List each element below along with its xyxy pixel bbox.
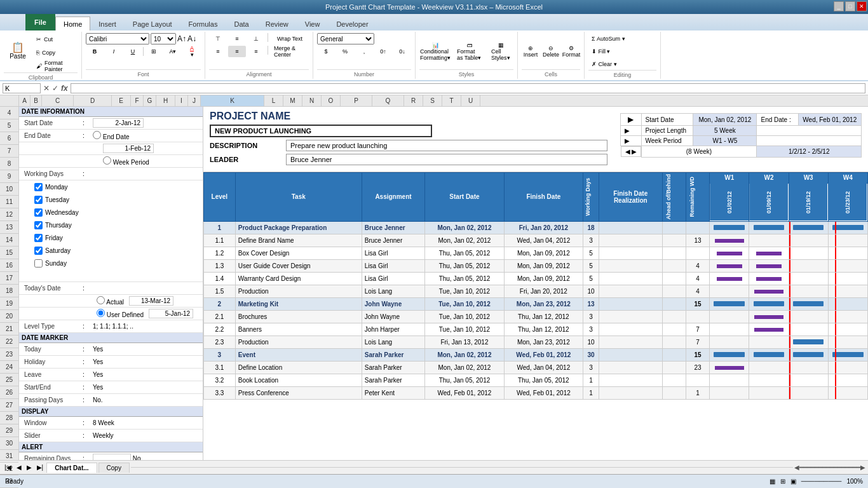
col-header-B[interactable]: B bbox=[31, 95, 42, 106]
cell-finish[interactable]: Wed, Jan 04, 2012 bbox=[504, 361, 583, 374]
cell-finish-real[interactable] bbox=[599, 297, 663, 310]
cell-remaining[interactable]: 4 bbox=[686, 259, 709, 272]
name-box[interactable] bbox=[3, 83, 41, 93]
cell-wd[interactable]: 3 bbox=[583, 361, 599, 374]
conditional-formatting-button[interactable]: 📊 Conditional Formatting▾ bbox=[419, 34, 451, 69]
cell-level[interactable]: 3.3 bbox=[204, 386, 236, 399]
week-period-radio[interactable] bbox=[103, 156, 111, 165]
col-header-J[interactable]: J bbox=[188, 95, 201, 106]
col-header-G[interactable]: G bbox=[144, 95, 156, 106]
gantt-row-5[interactable]: 1.5 Production Lois Lang Tue, Jan 10, 20… bbox=[204, 285, 868, 297]
col-header-C[interactable]: C bbox=[42, 95, 74, 106]
col-header-I[interactable]: I bbox=[175, 95, 188, 106]
user-defined-radio[interactable] bbox=[97, 309, 105, 317]
cell-level[interactable]: 2.2 bbox=[204, 323, 236, 336]
cell-assignment[interactable]: Lisa Girl bbox=[362, 247, 425, 259]
cell-assignment[interactable]: John Wayne bbox=[362, 297, 425, 310]
decrease-decimal-button[interactable]: 0↓ bbox=[393, 46, 411, 57]
scroll-left-icon[interactable]: ◀ bbox=[625, 148, 630, 155]
cell-remaining[interactable]: 15 bbox=[686, 348, 709, 361]
gantt-row-8[interactable]: 2.2 Banners John Harper Tue, Jan 10, 201… bbox=[204, 323, 868, 336]
actual-date-input[interactable] bbox=[129, 296, 173, 306]
cell-assignment[interactable]: Sarah Parker bbox=[362, 348, 425, 361]
font-size-select[interactable]: 10 bbox=[151, 33, 176, 44]
cut-button[interactable]: ✂ Cut bbox=[33, 33, 78, 46]
align-left-button[interactable]: ≡ bbox=[209, 46, 227, 57]
cell-finish-real[interactable] bbox=[599, 348, 663, 361]
cell-start[interactable]: Mon, Jan 02, 2012 bbox=[425, 361, 504, 374]
cell-start[interactable]: Mon, Jan 02, 2012 bbox=[425, 221, 504, 234]
cell-ahead[interactable] bbox=[662, 297, 686, 310]
cell-finish-real[interactable] bbox=[599, 247, 663, 259]
gantt-row-0[interactable]: 1 Product Package Preparation Bruce Jenn… bbox=[204, 221, 868, 234]
cell-finish[interactable]: Wed, Jan 04, 2012 bbox=[504, 234, 583, 247]
file-tab[interactable]: File bbox=[25, 14, 55, 30]
tab-data[interactable]: Data bbox=[226, 17, 257, 30]
leader-value[interactable]: Bruce Jenner bbox=[286, 154, 607, 165]
cell-start[interactable]: Thu, Jan 05, 2012 bbox=[425, 259, 504, 272]
cell-finish[interactable]: Fri, Jan 20, 2012 bbox=[504, 221, 583, 234]
cell-finish[interactable]: Mon, Jan 09, 2012 bbox=[504, 247, 583, 259]
col-header-M[interactable]: M bbox=[283, 95, 302, 106]
border-button[interactable]: ⊞ bbox=[145, 46, 163, 57]
end-date-radio[interactable] bbox=[93, 131, 101, 139]
cell-task[interactable]: Brochures bbox=[235, 310, 362, 323]
cell-level[interactable]: 3 bbox=[204, 348, 236, 361]
cell-level[interactable]: 1.3 bbox=[204, 259, 236, 272]
cell-remaining[interactable]: 1 bbox=[686, 386, 709, 399]
cell-level[interactable]: 3.2 bbox=[204, 374, 236, 386]
cell-ahead[interactable] bbox=[662, 310, 686, 323]
cell-styles-button[interactable]: ▦ Cell Styles▾ bbox=[488, 34, 513, 69]
cell-task[interactable]: Product Package Preparation bbox=[235, 221, 362, 234]
expand-icon[interactable]: ▶ bbox=[621, 114, 642, 126]
cell-assignment[interactable]: Sarah Parker bbox=[362, 374, 425, 386]
underline-button[interactable]: U bbox=[124, 46, 142, 57]
wrap-text-button[interactable]: Wrap Text bbox=[271, 33, 309, 44]
cell-assignment[interactable]: Bruce Jenner bbox=[362, 221, 425, 234]
cell-remaining[interactable]: 7 bbox=[686, 323, 709, 336]
col-header-N[interactable]: N bbox=[302, 95, 322, 106]
cell-assignment[interactable]: Lisa Girl bbox=[362, 259, 425, 272]
cell-level[interactable]: 2.3 bbox=[204, 336, 236, 348]
col-header-E[interactable]: E bbox=[112, 95, 131, 106]
cell-level[interactable]: 1.1 bbox=[204, 234, 236, 247]
cell-task[interactable]: Production bbox=[235, 336, 362, 348]
cell-task[interactable]: Book Location bbox=[235, 374, 362, 386]
user-defined-radio-label[interactable]: User Defined bbox=[97, 309, 144, 318]
description-value[interactable]: Prepare new product launching bbox=[286, 140, 607, 151]
cell-ahead[interactable] bbox=[662, 259, 686, 272]
gantt-row-13[interactable]: 3.3 Press Conference Peter Kent Wed, Feb… bbox=[204, 386, 868, 399]
cell-finish[interactable]: Mon, Jan 23, 2012 bbox=[504, 336, 583, 348]
col-header-D[interactable]: D bbox=[74, 95, 112, 106]
cell-finish-real[interactable] bbox=[599, 259, 663, 272]
cell-task[interactable]: User Guide Cover Design bbox=[235, 259, 362, 272]
thursday-checkbox[interactable] bbox=[34, 221, 43, 229]
cell-ahead[interactable] bbox=[662, 221, 686, 234]
paste-button[interactable]: 📋 Paste bbox=[4, 33, 32, 69]
gantt-row-2[interactable]: 1.2 Box Cover Design Lisa Girl Thu, Jan … bbox=[204, 247, 868, 259]
align-bottom-button[interactable]: ⊥ bbox=[247, 33, 265, 44]
cell-remaining[interactable]: 4 bbox=[686, 285, 709, 297]
align-center-button[interactable]: ≡ bbox=[228, 46, 246, 57]
increase-decimal-button[interactable]: 0↑ bbox=[374, 46, 392, 57]
gantt-row-12[interactable]: 3.2 Book Location Sarah Parker Thu, Jan … bbox=[204, 374, 868, 386]
col-header-F[interactable]: F bbox=[131, 95, 144, 106]
cell-wd[interactable]: 10 bbox=[583, 336, 599, 348]
cell-assignment[interactable]: John Wayne bbox=[362, 310, 425, 323]
sheet-tab-chart-dat[interactable]: Chart Dat... bbox=[46, 463, 97, 473]
cell-start[interactable]: Tue, Jan 10, 2012 bbox=[425, 285, 504, 297]
format-painter-button[interactable]: 🖌 Format Painter bbox=[33, 60, 78, 72]
cell-task[interactable]: Production bbox=[235, 285, 362, 297]
tuesday-checkbox[interactable] bbox=[34, 196, 43, 204]
cell-task[interactable]: Define Location bbox=[235, 361, 362, 374]
cell-wd[interactable]: 13 bbox=[583, 297, 599, 310]
gantt-row-4[interactable]: 1.4 Warranty Card Design Lisa Girl Thu, … bbox=[204, 272, 868, 285]
sunday-checkbox[interactable] bbox=[34, 259, 43, 268]
cell-ahead[interactable] bbox=[662, 247, 686, 259]
col-header-P[interactable]: P bbox=[341, 95, 372, 106]
cell-finish-real[interactable] bbox=[599, 374, 663, 386]
cell-level[interactable]: 3.1 bbox=[204, 361, 236, 374]
tab-view[interactable]: View bbox=[297, 17, 329, 30]
italic-button[interactable]: I bbox=[105, 46, 123, 57]
cell-remaining[interactable]: 15 bbox=[686, 297, 709, 310]
